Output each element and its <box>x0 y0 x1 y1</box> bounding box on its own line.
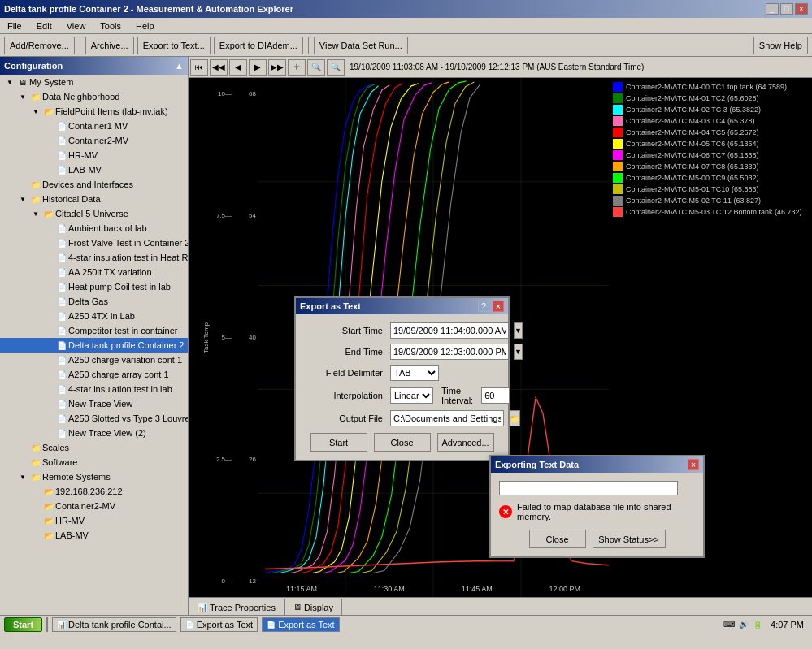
close-export-button[interactable]: Close <box>374 433 431 452</box>
tree-item-4[interactable]: 📄Container2-MV <box>0 133 188 148</box>
time-interval-input[interactable] <box>481 387 510 404</box>
tree-label-29: Container2-MV <box>55 501 115 511</box>
tree-folder-icon-9: 📂 <box>42 207 55 220</box>
tree-item-0[interactable]: ▼🖥My System <box>0 75 188 89</box>
chart-zoom-out-btn[interactable]: 🔍 <box>327 59 345 76</box>
start-button[interactable]: Start <box>4 617 42 632</box>
export-diadem-button[interactable]: Export to DIAdem... <box>214 37 303 54</box>
tree-item-26[interactable]: 📁Software <box>0 455 188 469</box>
tree-item-8[interactable]: ▼📁Historical Data <box>0 192 188 206</box>
legend-item-7: Container2-MV\TC:M4-07 TC8 (65.1339) <box>613 162 808 171</box>
end-time-input[interactable] <box>390 344 509 360</box>
tree-item-6[interactable]: 📄LAB-MV <box>0 162 188 177</box>
tree-item-20[interactable]: 📄A250 charge array cont 1 <box>0 367 188 382</box>
chart-zoom-btn[interactable]: 🔍 <box>307 59 325 76</box>
exporting-buttons: Close Show Status>> <box>499 530 695 548</box>
chart-crosshair-btn[interactable]: ✛ <box>288 59 306 76</box>
x-label-2: 11:30 AM <box>374 585 405 593</box>
tree-expand-icon-0: ▼ <box>3 76 16 89</box>
export-text-button[interactable]: Export to Text... <box>137 37 211 54</box>
delimiter-select[interactable]: TAB COMMA <box>390 365 439 381</box>
export-text-dialog[interactable]: Export as Text ? × Start Time: ▼ End Tim… <box>294 296 510 461</box>
exporting-close-btn[interactable]: × <box>688 459 699 470</box>
tree-item-15[interactable]: 📄Delta Gas <box>0 294 188 309</box>
tree-item-19[interactable]: 📄A250 charge variation cont 1 <box>0 353 188 367</box>
menu-edit[interactable]: Edit <box>33 20 55 32</box>
tree-folder-icon-25: 📁 <box>29 441 42 454</box>
tree-item-14[interactable]: 📄Heat pump Coil test in lab <box>0 279 188 294</box>
tree-item-30[interactable]: 📂HR-MV <box>0 513 188 528</box>
chart-nav-btn-4[interactable]: ▶ <box>249 59 267 76</box>
show-status-button[interactable]: Show Status>> <box>593 530 666 548</box>
tree-item-23[interactable]: 📄A250 Slotted vs Type 3 Louvre <box>0 411 188 426</box>
menu-help[interactable]: Help <box>132 20 158 32</box>
interpolation-select[interactable]: Linear Step <box>390 387 433 404</box>
taskbar-item-2[interactable]: 📄 Export as Text <box>180 617 258 632</box>
show-help-button[interactable]: Show Help <box>753 37 808 54</box>
window-controls: _ □ × <box>766 3 808 15</box>
legend-item-0: Container2-MV\TC:M4-00 TC1 top tank (64.… <box>613 82 808 92</box>
view-dataset-button[interactable]: View Data Set Run... <box>314 37 408 54</box>
chart-nav-btn-5[interactable]: ▶▶ <box>268 59 286 76</box>
exporting-close-button[interactable]: Close <box>529 530 586 548</box>
interpolation-label: Interpolation: <box>304 391 385 400</box>
tree-label-24: New Trace View (2) <box>68 428 146 438</box>
end-time-picker[interactable]: ▼ <box>514 344 523 360</box>
tree-item-2[interactable]: ▼📂FieldPoint Items (lab-mv.iak) <box>0 104 188 119</box>
start-time-input[interactable] <box>390 322 509 339</box>
close-button[interactable]: × <box>795 3 808 15</box>
tab-display[interactable]: 🖥 Display <box>284 599 342 615</box>
legend-text-6: Container2-MV\TC:M4-06 TC7 (65.1335) <box>626 151 758 159</box>
tree-item-28[interactable]: 📂192.168.236.212 <box>0 484 188 499</box>
x-axis-labels: 11:15 AM 11:30 AM 11:45 AM 12:00 PM <box>258 585 609 593</box>
dialog-close-button[interactable]: × <box>493 301 504 312</box>
tree-item-3[interactable]: 📄Container1 MV <box>0 119 188 133</box>
tree-item-1[interactable]: ▼📁Data Neighborhood <box>0 89 188 104</box>
tree-folder-icon-18: 📄 <box>55 339 68 352</box>
tree-item-18[interactable]: 📄Delta tank profile Container 2 <box>0 338 188 353</box>
dialog-help-button[interactable]: ? <box>478 301 489 312</box>
output-file-input[interactable] <box>390 410 504 426</box>
tree-item-24[interactable]: 📄New Trace View (2) <box>0 426 188 440</box>
start-button[interactable]: Start <box>310 433 367 452</box>
minimize-button[interactable]: _ <box>766 3 779 15</box>
tree-item-9[interactable]: ▼📂Citadel 5 Universe <box>0 206 188 221</box>
tab-trace-properties[interactable]: 📊 Trace Properties <box>189 599 284 615</box>
tree-item-10[interactable]: 📄Ambient back of lab <box>0 221 188 236</box>
tree-item-25[interactable]: 📁Scales <box>0 440 188 455</box>
dialog-title-controls: ? × <box>478 301 504 312</box>
tree-item-7[interactable]: 📁Devices and Interfaces <box>0 177 188 192</box>
tree-item-12[interactable]: 📄4-star insulation test in Heat Room <box>0 250 188 265</box>
taskbar-item-3[interactable]: 📄 Export as Text <box>262 617 340 632</box>
chart-nav-btn-2[interactable]: ◀◀ <box>210 59 228 76</box>
taskbar-item-1[interactable]: 📊 Delta tank profile Contai... <box>52 617 176 632</box>
tree-item-5[interactable]: 📄HR-MV <box>0 148 188 162</box>
add-remove-button[interactable]: Add/Remove... <box>4 37 75 54</box>
start-time-picker[interactable]: ▼ <box>514 322 523 339</box>
browse-button[interactable]: 📁 <box>509 410 520 426</box>
tree-item-29[interactable]: 📂Container2-MV <box>0 499 188 513</box>
maximize-button[interactable]: □ <box>780 3 793 15</box>
menu-file[interactable]: File <box>4 20 25 32</box>
tree-item-13[interactable]: 📄AA 250lt TX variation <box>0 265 188 279</box>
tree-folder-icon-21: 📄 <box>55 383 68 396</box>
sidebar-collapse-icon[interactable]: ▲ <box>175 61 184 71</box>
tree-item-16[interactable]: 📄A250 4TX in Lab <box>0 309 188 323</box>
tree-folder-icon-20: 📄 <box>55 368 68 381</box>
chart-nav-btn-3[interactable]: ◀ <box>229 59 247 76</box>
tree-item-21[interactable]: 📄4-star insulation test in lab <box>0 382 188 396</box>
menu-tools[interactable]: Tools <box>97 20 124 32</box>
legend-color-1 <box>613 93 623 103</box>
legend-color-4 <box>613 128 623 137</box>
advanced-button[interactable]: Advanced... <box>437 433 494 452</box>
tree-item-11[interactable]: 📄Frost Valve Test in Container 2 <box>0 236 188 250</box>
tree-item-17[interactable]: 📄Competitor test in container <box>0 323 188 338</box>
tree-item-22[interactable]: 📄New Trace View <box>0 396 188 411</box>
exporting-dialog[interactable]: Exporting Text Data × ✕ Failed to map da… <box>489 455 705 558</box>
tree-item-27[interactable]: ▼📁Remote Systems <box>0 469 188 484</box>
archive-button[interactable]: Archive... <box>85 37 134 54</box>
tree-item-31[interactable]: 📂LAB-MV <box>0 528 188 543</box>
chart-nav-btn-1[interactable]: ⏮ <box>190 59 208 76</box>
tree-folder-icon-22: 📄 <box>55 397 68 410</box>
menu-view[interactable]: View <box>63 20 89 32</box>
